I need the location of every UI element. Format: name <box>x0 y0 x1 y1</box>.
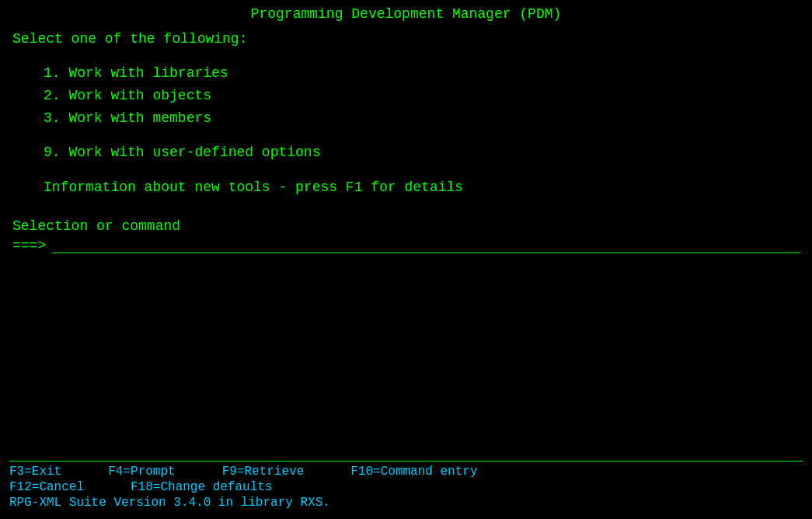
main-content: Select one of the following: 1. Work wit… <box>9 31 803 455</box>
divider <box>9 461 803 462</box>
prompt-line: Select one of the following: <box>12 31 800 47</box>
menu-item-1-number: 1. <box>44 65 61 81</box>
fkey-f10[interactable]: F10=Command entry <box>350 465 477 479</box>
fkey-row-2: F12=Cancel F18=Change defaults <box>9 480 803 494</box>
input-line: ===> <box>12 237 800 253</box>
terminal-screen: Programming Development Manager (PDM) Se… <box>0 0 812 519</box>
menu-list: 1. Work with libraries 2. Work with obje… <box>44 62 800 129</box>
function-keys: F3=Exit F4=Prompt F9=Retrieve F10=Comman… <box>9 465 803 494</box>
fkey-f9[interactable]: F9=Retrieve <box>222 465 305 479</box>
menu-item-3[interactable]: 3. Work with members <box>44 107 800 130</box>
selection-label: Selection or command <box>12 218 800 234</box>
menu-item-2-number: 2. <box>44 88 61 103</box>
command-input[interactable] <box>52 237 800 253</box>
title: Programming Development Manager (PDM) <box>9 6 803 22</box>
fkey-f4[interactable]: F4=Prompt <box>108 465 175 479</box>
menu-item-2[interactable]: 2. Work with objects <box>44 85 800 107</box>
menu-item-9-number: 9. <box>44 145 61 160</box>
fkey-row-1: F3=Exit F4=Prompt F9=Retrieve F10=Comman… <box>9 465 803 479</box>
selection-area: Selection or command ===> <box>12 218 800 253</box>
menu-item-3-number: 3. <box>44 110 61 126</box>
info-line: Information about new tools - press F1 f… <box>44 179 800 195</box>
fkey-f12[interactable]: F12=Cancel <box>9 480 84 494</box>
arrow-prompt: ===> <box>12 238 46 253</box>
fkey-f3[interactable]: F3=Exit <box>9 465 61 479</box>
version-line: RPG-XML Suite Version 3.4.0 in library R… <box>9 496 803 510</box>
fkey-f18[interactable]: F18=Change defaults <box>131 480 272 494</box>
menu-list-secondary: 9. Work with user-defined options <box>44 141 800 164</box>
menu-item-1[interactable]: 1. Work with libraries <box>44 62 800 85</box>
menu-item-9[interactable]: 9. Work with user-defined options <box>44 141 800 164</box>
bottom-bar: F3=Exit F4=Prompt F9=Retrieve F10=Comman… <box>9 455 803 513</box>
